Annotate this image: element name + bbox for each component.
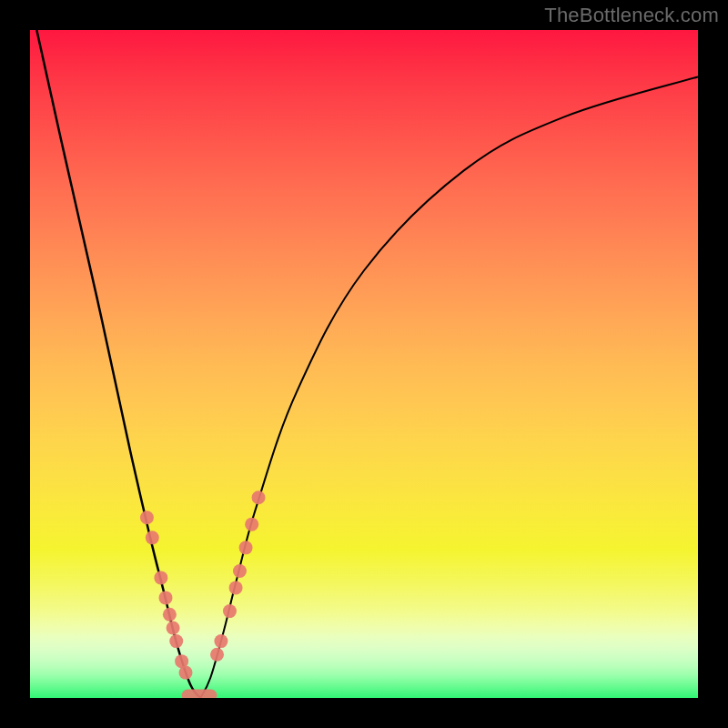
data-marker [239, 541, 253, 554]
marker-group [140, 490, 266, 679]
data-marker [146, 531, 159, 544]
gradient-plot-area [30, 30, 698, 698]
data-marker [169, 634, 183, 648]
data-marker [245, 518, 258, 531]
data-marker [252, 490, 266, 504]
data-marker [163, 608, 177, 622]
chart-frame: TheBottleneck.com [0, 0, 728, 728]
right-branch-curve [200, 76, 698, 698]
data-marker [179, 666, 193, 680]
data-marker [233, 564, 247, 578]
data-marker [140, 511, 154, 524]
data-marker [167, 621, 180, 634]
data-marker [159, 591, 173, 604]
data-marker [214, 634, 228, 648]
data-marker [154, 571, 167, 584]
v-curve-svg [30, 30, 698, 698]
data-marker [223, 604, 237, 618]
watermark-text: TheBottleneck.com [544, 4, 719, 27]
left-branch-curve [36, 30, 200, 698]
data-marker [210, 648, 224, 662]
data-marker [229, 581, 243, 594]
